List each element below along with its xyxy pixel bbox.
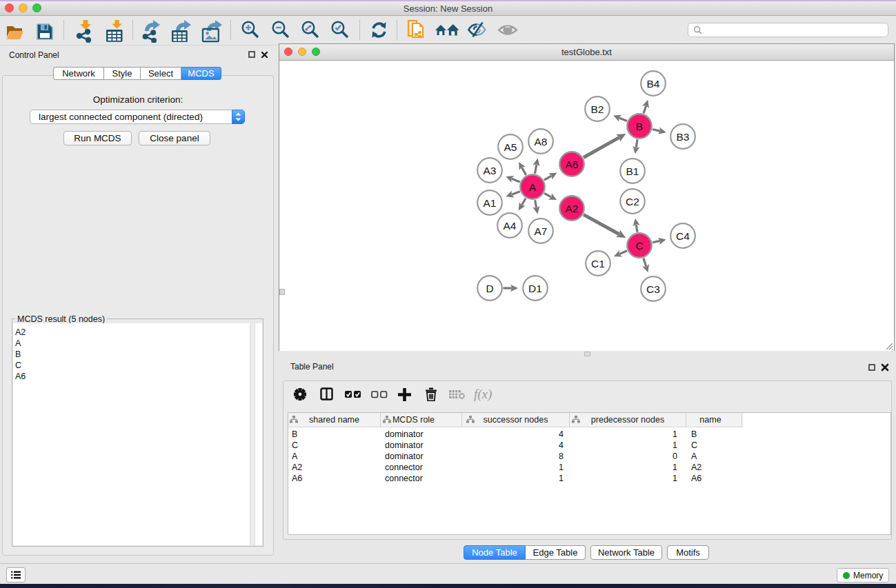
- svg-text:A4: A4: [504, 220, 517, 232]
- svg-text:B2: B2: [591, 103, 604, 115]
- svg-text:A3: A3: [484, 165, 497, 176]
- svg-text:A6: A6: [566, 159, 579, 170]
- svg-text:B: B: [636, 121, 643, 132]
- svg-text:A1: A1: [484, 197, 497, 209]
- svg-text:B4: B4: [647, 78, 660, 90]
- svg-text:C2: C2: [626, 196, 639, 207]
- svg-text:C1: C1: [591, 258, 605, 270]
- svg-text:C4: C4: [676, 230, 690, 242]
- svg-text:B1: B1: [626, 165, 639, 177]
- svg-text:f(x): f(x): [474, 387, 492, 402]
- svg-text:C: C: [635, 240, 643, 252]
- svg-text:B3: B3: [677, 131, 690, 143]
- svg-text:A: A: [529, 181, 537, 193]
- svg-text:A2: A2: [566, 203, 579, 214]
- svg-text:D: D: [486, 283, 493, 294]
- svg-text:A7: A7: [535, 225, 548, 237]
- svg-text:D1: D1: [528, 283, 542, 294]
- svg-text:C3: C3: [646, 283, 660, 295]
- svg-text:A8: A8: [535, 136, 548, 148]
- svg-text:A5: A5: [504, 141, 517, 153]
